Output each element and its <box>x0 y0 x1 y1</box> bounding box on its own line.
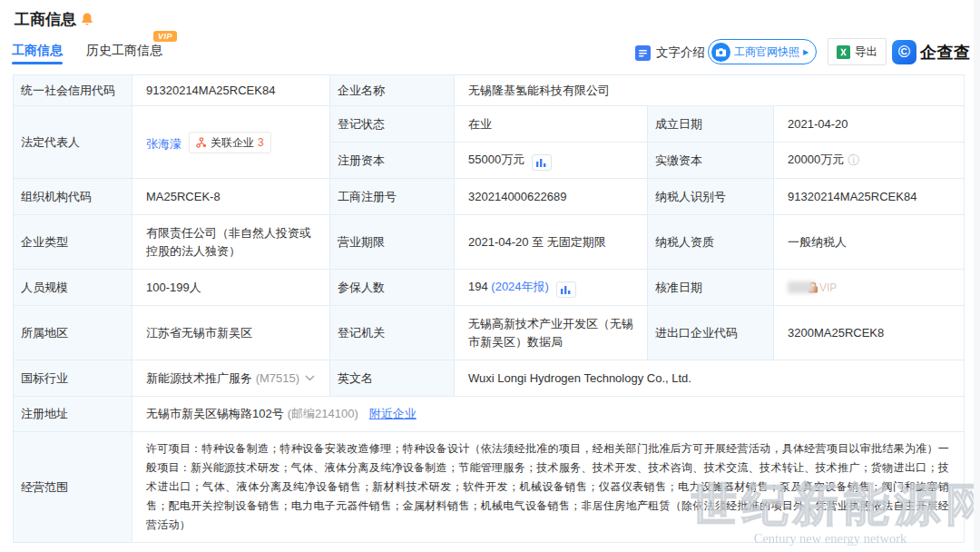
insured-count-value: 194 (2024年报) <box>455 270 648 306</box>
region-value: 江苏省无锡市新吴区 <box>132 306 330 360</box>
business-term-label: 营业期限 <box>330 215 455 270</box>
region-label: 所属地区 <box>14 306 132 360</box>
taxpayer-quality-label: 纳税人资质 <box>648 215 774 270</box>
official-snapshot-button[interactable]: 工商官网快照 ▶ <box>708 39 817 64</box>
establish-date-label: 成立日期 <box>648 106 774 143</box>
related-companies-badge[interactable]: 关联企业3 <box>189 132 271 153</box>
qichacha-logo[interactable]: © 企查查 <box>892 40 971 64</box>
reg-capital-value: 55000万元 <box>455 143 648 179</box>
org-chart-icon <box>196 137 207 148</box>
approval-date-label: 核准日期 <box>648 270 774 306</box>
org-code-label: 组织机构代码 <box>14 179 132 215</box>
vip-lock-label: VIP <box>819 281 837 294</box>
text-intro-button[interactable]: 文字介绍 <box>635 44 705 61</box>
table-row: 注册地址 无锡市新吴区锡梅路102号(邮编214100)附近企业 <box>14 397 965 432</box>
capital-trend-icon[interactable] <box>532 154 552 171</box>
english-name-label: 英文名 <box>330 360 455 397</box>
establish-date-value: 2021-04-20 <box>774 106 965 143</box>
insured-trend-icon[interactable] <box>556 281 576 298</box>
snapshot-label: 工商官网快照 <box>734 44 799 60</box>
reg-authority-value: 无锡高新技术产业开发区（无锡市新吴区）数据局 <box>455 306 648 360</box>
related-companies-label: 关联企业 <box>211 133 254 152</box>
text-intro-icon <box>635 45 651 61</box>
taxpayer-id-value: 91320214MA25RCEK84 <box>774 179 965 215</box>
import-export-code-value: 3200MA25RCEK8 <box>774 306 965 360</box>
industry-label: 国标行业 <box>14 360 132 397</box>
credit-code-label: 统一社会信用代码 <box>14 75 132 106</box>
business-info-table: 统一社会信用代码 91320214MA25RCEK84 企业名称 无锡隆基氢能科… <box>13 74 965 543</box>
chevron-down-icon[interactable] <box>305 375 315 381</box>
qichacha-icon: © <box>892 40 916 64</box>
insured-count-text: 194 <box>468 280 488 293</box>
import-export-code-label: 进出口企业代码 <box>648 306 774 360</box>
business-scope-label: 经营范围 <box>14 432 132 543</box>
english-name-value: Wuxi Longi Hydrogen Technology Co., Ltd. <box>455 360 965 397</box>
legal-rep-link[interactable]: 张海濛 <box>146 137 181 151</box>
company-name-label: 企业名称 <box>330 75 455 106</box>
reg-number-label: 工商注册号 <box>330 179 455 215</box>
table-row: 法定代表人 张海濛关联企业3 登记状态 在业 成立日期 2021-04-20 <box>14 106 965 143</box>
legal-rep-value: 张海濛关联企业3 <box>132 106 330 179</box>
reg-address-label: 注册地址 <box>14 397 132 432</box>
table-row: 所属地区 江苏省无锡市新吴区 登记机关 无锡高新技术产业开发区（无锡市新吴区）数… <box>14 306 965 360</box>
taxpayer-quality-value: 一般纳税人 <box>774 215 965 270</box>
paid-capital-value: 20000万元ⓘ <box>774 143 965 179</box>
text-intro-label: 文字介绍 <box>656 44 705 61</box>
related-companies-count: 3 <box>258 133 264 152</box>
reg-address-value: 无锡市新吴区锡梅路102号(邮编214100)附近企业 <box>132 397 965 432</box>
tab-history-business-info[interactable]: 历史工商信息VIP <box>86 43 162 64</box>
tab-bar: 工商信息 历史工商信息VIP <box>12 43 162 64</box>
tab-business-info-label: 工商信息 <box>12 43 63 57</box>
insured-count-label: 参保人数 <box>330 270 455 306</box>
paid-capital-text: 20000万元 <box>788 153 844 166</box>
reg-number-value: 320214000622689 <box>455 179 648 215</box>
reg-status-value: 在业 <box>455 106 648 143</box>
industry-text: 新能源技术推广服务 <box>146 371 252 385</box>
excel-icon <box>837 45 850 59</box>
reg-address-text: 无锡市新吴区锡梅路102号 <box>146 407 284 420</box>
staff-size-value: 100-199人 <box>132 270 330 306</box>
blurred-date <box>788 281 815 293</box>
tab-business-info[interactable]: 工商信息 <box>12 43 63 64</box>
taxpayer-id-label: 纳税人识别号 <box>648 179 774 215</box>
legal-rep-label: 法定代表人 <box>14 106 132 179</box>
business-scope-value: 许可项目：特种设备制造；特种设备安装改造修理；特种设备设计（依法须经批准的项目，… <box>132 432 965 543</box>
reg-address-postcode: (邮编214100) <box>288 407 358 420</box>
table-row: 人员规模 100-199人 参保人数 194 (2024年报) 核准日期 VIP <box>14 270 965 306</box>
paid-capital-label: 实缴资本 <box>648 143 774 179</box>
table-row: 组织机构代码 MA25RCEK-8 工商注册号 320214000622689 … <box>14 179 965 215</box>
qichacha-name: 企查查 <box>920 42 971 64</box>
business-info-page: 工商信息 工商信息 历史工商信息VIP 文字介绍 工商官网快照 ▶ 导出 © 企… <box>0 0 980 552</box>
play-arrow-icon: ▶ <box>803 48 808 56</box>
staff-size-label: 人员规模 <box>14 270 132 306</box>
table-row: 统一社会信用代码 91320214MA25RCEK84 企业名称 无锡隆基氢能科… <box>14 75 965 106</box>
nearby-companies-link[interactable]: 附近企业 <box>369 407 416 420</box>
industry-code: (M7515) <box>256 371 299 385</box>
info-icon[interactable]: ⓘ <box>848 152 859 170</box>
annual-report-link[interactable]: (2024年报) <box>491 280 549 293</box>
company-name-value: 无锡隆基氢能科技有限公司 <box>455 75 965 106</box>
reg-status-label: 登记状态 <box>330 106 455 143</box>
reg-capital-text: 55000万元 <box>468 153 524 166</box>
org-code-value: MA25RCEK-8 <box>132 179 330 215</box>
table-row: 国标行业 新能源技术推广服务 (M7515) 英文名 Wuxi Longi Hy… <box>14 360 965 397</box>
business-term-value: 2021-04-20 至 无固定期限 <box>455 215 648 270</box>
company-type-label: 企业类型 <box>14 215 132 270</box>
tab-history-label: 历史工商信息 <box>86 43 162 57</box>
page-title: 工商信息 <box>15 9 76 30</box>
scrollbar-track[interactable] <box>974 0 980 552</box>
industry-value: 新能源技术推广服务 (M7515) <box>132 360 330 397</box>
camera-icon <box>711 43 730 62</box>
table-row: 企业类型 有限责任公司（非自然人投资或控股的法人独资） 营业期限 2021-04… <box>14 215 965 270</box>
credit-code-value: 91320214MA25RCEK84 <box>132 75 330 106</box>
bell-icon[interactable] <box>80 12 94 30</box>
reg-capital-label: 注册资本 <box>330 143 455 179</box>
vip-badge: VIP <box>153 31 177 42</box>
company-type-value: 有限责任公司（非自然人投资或控股的法人独资） <box>132 215 330 270</box>
export-label: 导出 <box>855 44 877 60</box>
approval-date-value[interactable]: VIP <box>774 270 965 306</box>
reg-authority-label: 登记机关 <box>330 306 455 360</box>
export-button[interactable]: 导出 <box>828 38 887 65</box>
table-row: 经营范围 许可项目：特种设备制造；特种设备安装改造修理；特种设备设计（依法须经批… <box>14 432 965 543</box>
